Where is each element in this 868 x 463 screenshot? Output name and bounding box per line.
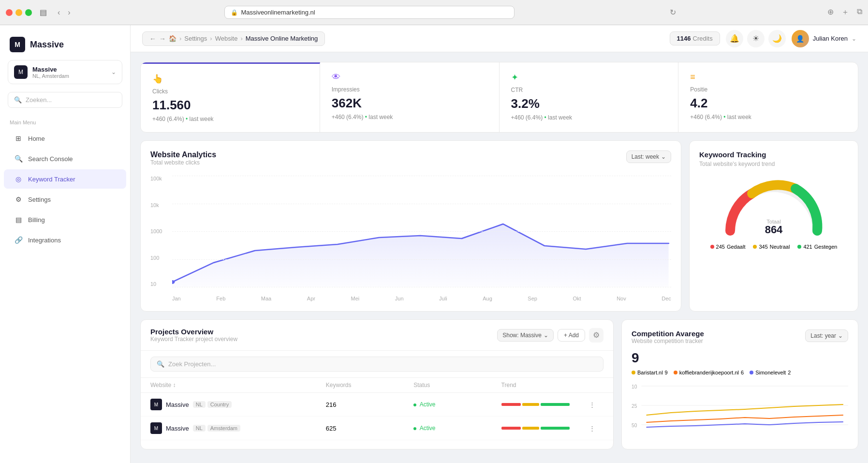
svg-marker-0 [172,224,669,287]
minimize-button[interactable] [15,9,22,16]
menu-label: Main Menu [0,116,130,128]
account-selector[interactable]: M Massive NL, Amsterdam ⌄ [8,60,122,84]
competition-card: Competition Avarege Website competition … [621,319,858,449]
sidebar-item-keyword-tracker-label: Keyword Tracker [28,176,75,183]
trend-seg-green-2 [541,427,570,430]
analytics-period-select[interactable]: Last: week ⌄ [626,150,671,163]
keywords-2: 625 [326,425,413,432]
theme-light-icon[interactable]: ☀ [747,30,765,47]
add-project-button[interactable]: + Add [558,329,585,342]
chart-subtitle: Total website clicks [150,159,216,166]
stat-positie: ≡ Positie 4.2 +460 (6.4%) • last week [678,62,858,132]
new-tab-icon[interactable]: ＋ [841,7,849,17]
windows-icon[interactable]: ⧉ [857,7,862,17]
sidebar-item-home-label: Home [28,135,45,142]
middle-row: Website Analytics Total website clicks L… [140,140,858,312]
trend-seg-green-1 [541,403,570,406]
user-chevron-icon: ⌄ [852,35,856,42]
sidebar-item-search-console-label: Search Console [28,155,73,163]
sidebar: M Massive M Massive NL, Amsterdam ⌄ 🔍 Zo… [0,25,131,463]
gauge-title: Keywoord Tracking [699,150,848,159]
koffie-label: koffiebranderijkoepoort.nl [679,370,739,375]
show-select[interactable]: Show: Massive ⌄ [497,329,554,342]
website-cell-2: M Massive NL Amsterdam [150,422,326,434]
sidebar-item-billing[interactable]: ▤ Billing [4,210,126,229]
sidebar-item-search-console[interactable]: 🔍 Search Console [4,149,126,168]
baristart-dot [632,371,635,374]
sidebar-item-integrations[interactable]: 🔗 Integrations [4,230,126,250]
legend-gedaalt: 245 Gedaalt [710,244,746,250]
competition-title: Competition Avarege [632,329,704,338]
user-avatar[interactable]: 👤 Julian Koren ⌄ [792,30,856,47]
traffic-lights [6,9,32,16]
tag-country: Country [207,401,232,408]
account-info: Massive NL, Amsterdam [32,66,106,79]
search-box[interactable]: 🔍 Zoeken... [8,92,122,108]
sidebar-item-integrations-label: Integrations [28,237,61,244]
chart-plot [172,176,671,287]
search-console-icon: 🔍 [14,154,23,164]
sidebar-item-settings[interactable]: ⚙ Settings [4,190,126,209]
gauge-legend: 245 Gedaalt 345 Neutraal 421 [710,244,838,250]
credits-badge: 1146 Credits [670,31,720,45]
trend-seg-red-2 [501,427,521,430]
integrations-icon: 🔗 [14,235,23,245]
projects-actions: Show: Massive ⌄ + Add ⚙ [497,328,603,343]
breadcrumb-current[interactable]: Massive Online Marketing [246,35,318,42]
status-dot-2 [413,427,416,430]
competition-value: 9 [632,350,848,366]
breadcrumb: ← → 🏠 › Settings › Website › Massive Onl… [142,31,325,46]
search-projects-inner[interactable]: 🔍 Zoek Projecten... [150,357,603,372]
credits-label: Credits [693,35,713,42]
chart-area: 100k 10k 1000 100 10 [150,176,671,301]
breadcrumb-website[interactable]: Website [215,35,238,42]
user-name: Julian Koren [813,35,848,42]
neutraal-value: 345 [759,244,767,250]
browser-chrome: ▤ ‹ › 🔒 Massiveonlinemarketing.nl ↻ ⊕ ＋ … [0,0,868,25]
breadcrumb-home-icon[interactable]: 🏠 [169,35,177,42]
close-button[interactable] [6,9,13,16]
download-icon[interactable]: ⊕ [827,7,834,17]
theme-dark-icon[interactable]: 🌙 [768,30,786,47]
competition-subtitle: Website competition tracker [632,338,704,344]
table-row-2: M Massive NL Amsterdam 625 Active [141,417,613,440]
projects-title: Projects Overview [150,328,237,336]
breadcrumb-back[interactable]: ← [149,35,156,43]
grid-line [172,259,671,260]
impressions-label: Impressies [332,86,487,93]
sidebar-toggle-icon[interactable]: ▤ [40,8,47,17]
breadcrumb-forward[interactable]: → [159,35,166,43]
more-button-2[interactable]: ⋮ [589,425,603,432]
analytics-chart: Website Analytics Total website clicks L… [140,140,681,312]
competition-period-select[interactable]: Last: year ⌄ [805,329,848,342]
chart-title: Website Analytics [150,150,216,159]
notification-icon[interactable]: 🔔 [726,30,743,47]
ctr-label: CTR [511,87,667,93]
forward-button[interactable]: › [65,7,73,18]
competition-chart-svg: 10 25 50 [632,381,848,439]
back-button[interactable]: ‹ [55,7,63,18]
header: ← → 🏠 › Settings › Website › Massive Onl… [131,25,868,52]
ctr-value: 3.2% [511,96,667,111]
ctr-change: +460 (6.4%) • last week [511,114,667,121]
neutraal-dot [753,245,757,249]
search-projects-placeholder: Zoek Projecten... [168,360,216,368]
col-status: Status [413,382,501,388]
projects-header: Projects Overview Keyword Tracker projec… [141,320,613,351]
search-icon: 🔍 [14,96,22,104]
sidebar-item-home[interactable]: ⊞ Home [4,129,126,148]
home-icon: ⊞ [14,134,23,143]
account-icon: M [14,65,28,79]
keyword-tracker-icon: ◎ [14,174,23,184]
reload-icon[interactable]: ↻ [670,8,676,17]
account-name: Massive [32,66,106,73]
website-cell-1: M Massive NL Country [150,399,326,410]
breadcrumb-settings[interactable]: Settings [184,35,207,42]
gear-button[interactable]: ⚙ [589,328,603,343]
address-bar[interactable]: 🔒 Massiveonlinemarketing.nl [224,6,515,19]
sidebar-item-keyword-tracker[interactable]: ◎ Keyword Tracker [4,169,126,189]
lock-icon: 🔒 [231,9,238,16]
maximize-button[interactable] [25,9,32,16]
impressions-value: 362K [332,96,487,111]
more-button-1[interactable]: ⋮ [589,401,603,408]
